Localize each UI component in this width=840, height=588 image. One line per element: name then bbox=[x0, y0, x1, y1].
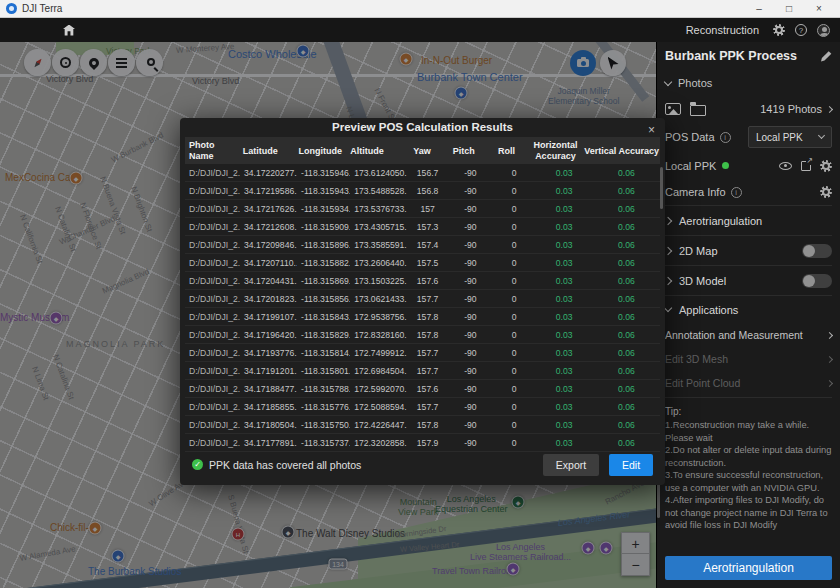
maximize-button[interactable]: □ bbox=[774, 0, 804, 17]
table-scrollbar[interactable] bbox=[660, 167, 663, 209]
table-row[interactable]: D:/DJI/DJI_2...34.17209846...-118.315896… bbox=[185, 236, 660, 254]
right-sidebar: Burbank PPK Process Photos 1419 Photos P… bbox=[656, 42, 840, 588]
table-cell: 0.03 bbox=[536, 330, 593, 340]
home-button[interactable] bbox=[56, 20, 82, 40]
pos-table: Photo NameLatitudeLongitudeAltitudeYawPi… bbox=[185, 137, 660, 452]
table-cell: D:/DJI/DJI_2... bbox=[185, 420, 240, 430]
table-cell: 0.06 bbox=[593, 204, 660, 214]
table-cell: -90 bbox=[448, 222, 493, 232]
close-window-button[interactable]: × bbox=[804, 0, 834, 17]
2d-map-toggle[interactable] bbox=[802, 244, 832, 258]
image-icon[interactable] bbox=[665, 103, 681, 115]
table-row[interactable]: D:/DJI/DJI_2...34.17220277...-118.315946… bbox=[185, 164, 660, 182]
table-cell: 0.06 bbox=[593, 240, 660, 250]
table-cell: 0.06 bbox=[593, 276, 660, 286]
folder-icon[interactable] bbox=[690, 105, 706, 116]
user-avatar[interactable] bbox=[817, 24, 830, 37]
table-cell: -118.315946... bbox=[297, 168, 350, 178]
minimize-button[interactable]: – bbox=[744, 0, 774, 17]
edit-project-icon[interactable] bbox=[821, 51, 832, 62]
aerotriangulation-button[interactable]: Aerotriangulation bbox=[665, 556, 832, 580]
table-body: D:/DJI/DJI_2...34.17220277...-118.315946… bbox=[185, 164, 660, 452]
export-icon[interactable] bbox=[801, 161, 811, 171]
table-row[interactable]: D:/DJI/DJI_2...34.17185855...-118.315776… bbox=[185, 398, 660, 416]
table-cell: 0 bbox=[493, 438, 536, 448]
table-row[interactable]: D:/DJI/DJI_2...34.17204431...-118.315869… bbox=[185, 272, 660, 290]
tip-line: 2.Do not alter or delete input data duri… bbox=[665, 444, 832, 469]
table-row[interactable]: D:/DJI/DJI_2...34.17201823...-118.315856… bbox=[185, 290, 660, 308]
table-cell: 157.4 bbox=[407, 240, 448, 250]
table-cell: 0.03 bbox=[536, 258, 593, 268]
3d-model-toggle[interactable] bbox=[802, 274, 832, 288]
3d-model-label: 3D Model bbox=[679, 275, 726, 287]
table-cell: 0.06 bbox=[593, 312, 660, 322]
section-aerotriangulation[interactable]: Aerotriangulation bbox=[665, 206, 832, 236]
table-row[interactable]: D:/DJI/DJI_2...34.17212608...-118.315909… bbox=[185, 218, 660, 236]
edit-point-cloud-item[interactable]: Edit Point Cloud bbox=[665, 371, 832, 395]
table-cell: -118.315896... bbox=[297, 240, 350, 250]
table-cell: 0.06 bbox=[593, 168, 660, 178]
eye-icon[interactable] bbox=[779, 162, 792, 170]
table-cell: 0 bbox=[493, 294, 536, 304]
table-cell: -90 bbox=[448, 258, 493, 268]
photos-section-header[interactable]: Photos bbox=[665, 70, 832, 96]
section-applications[interactable]: Applications bbox=[665, 296, 832, 323]
table-cell: 157.7 bbox=[407, 402, 448, 412]
pos-data-dropdown[interactable]: Local PPK bbox=[748, 126, 832, 148]
table-cell: 34.17204431... bbox=[240, 276, 297, 286]
table-cell: -90 bbox=[448, 384, 493, 394]
table-cell: -90 bbox=[448, 204, 493, 214]
table-cell: 172.8328160... bbox=[350, 330, 407, 340]
edit-3d-mesh-item[interactable]: Edit 3D Mesh bbox=[665, 347, 832, 371]
table-cell: 0.06 bbox=[593, 402, 660, 412]
tip-line: 1.Reconstruction may take a while. Pleas… bbox=[665, 419, 832, 444]
photos-count[interactable]: 1419 Photos bbox=[760, 103, 832, 115]
section-3d-model[interactable]: 3D Model bbox=[665, 266, 832, 296]
table-cell: 0.06 bbox=[593, 330, 660, 340]
table-row[interactable]: D:/DJI/DJI_2...34.17217626...-118.315934… bbox=[185, 200, 660, 218]
column-header: Roll bbox=[486, 144, 528, 159]
table-cell: -90 bbox=[448, 330, 493, 340]
chevron-right-icon bbox=[826, 355, 833, 362]
info-icon[interactable]: i bbox=[720, 132, 731, 143]
close-dialog-button[interactable]: × bbox=[648, 123, 655, 137]
help-icon[interactable]: ? bbox=[795, 24, 807, 36]
table-cell: 0 bbox=[493, 348, 536, 358]
nav-label: Reconstruction bbox=[686, 24, 759, 36]
table-cell: 0.06 bbox=[593, 258, 660, 268]
column-header: Latitude bbox=[239, 144, 295, 159]
table-row[interactable]: D:/DJI/DJI_2...34.17188477...-118.315788… bbox=[185, 380, 660, 398]
column-header: Longitude bbox=[295, 144, 347, 159]
table-row[interactable]: D:/DJI/DJI_2...34.17193776...-118.315814… bbox=[185, 344, 660, 362]
tip-title: Tip: bbox=[665, 406, 832, 417]
table-cell: 0.03 bbox=[536, 222, 593, 232]
table-cell: 156.8 bbox=[407, 186, 448, 196]
table-cell: 0.03 bbox=[536, 438, 593, 448]
table-cell: 0.06 bbox=[593, 366, 660, 376]
gear-icon[interactable] bbox=[820, 160, 832, 172]
project-title: Burbank PPK Process bbox=[665, 49, 797, 63]
table-cell: -90 bbox=[448, 420, 493, 430]
table-row[interactable]: D:/DJI/DJI_2...34.17177891...-118.315737… bbox=[185, 434, 660, 452]
gear-icon[interactable] bbox=[820, 186, 832, 198]
table-cell: -118.315934... bbox=[297, 204, 350, 214]
table-row[interactable]: D:/DJI/DJI_2...34.17219586...-118.315943… bbox=[185, 182, 660, 200]
edit-button[interactable]: Edit bbox=[609, 454, 653, 476]
table-cell: D:/DJI/DJI_2... bbox=[185, 240, 240, 250]
table-cell: -90 bbox=[448, 438, 493, 448]
table-cell: 0.06 bbox=[593, 438, 660, 448]
table-row[interactable]: D:/DJI/DJI_2...34.17196420...-118.315829… bbox=[185, 326, 660, 344]
table-row[interactable]: D:/DJI/DJI_2...34.17199107...-118.315843… bbox=[185, 308, 660, 326]
table-cell: 0.03 bbox=[536, 348, 593, 358]
export-button[interactable]: Export bbox=[543, 454, 599, 476]
info-icon[interactable]: i bbox=[731, 187, 742, 198]
section-2d-map[interactable]: 2D Map bbox=[665, 236, 832, 266]
table-row[interactable]: D:/DJI/DJI_2...34.17180504...-118.315750… bbox=[185, 416, 660, 434]
settings-gear-icon[interactable] bbox=[773, 24, 785, 36]
table-cell: 157.5 bbox=[407, 258, 448, 268]
annotation-measurement-item[interactable]: Annotation and Measurement bbox=[665, 323, 832, 347]
table-cell: 0.03 bbox=[536, 402, 593, 412]
table-cell: 172.5992070... bbox=[350, 384, 407, 394]
table-row[interactable]: D:/DJI/DJI_2...34.17191201...-118.315801… bbox=[185, 362, 660, 380]
table-row[interactable]: D:/DJI/DJI_2...34.17207110...-118.315882… bbox=[185, 254, 660, 272]
